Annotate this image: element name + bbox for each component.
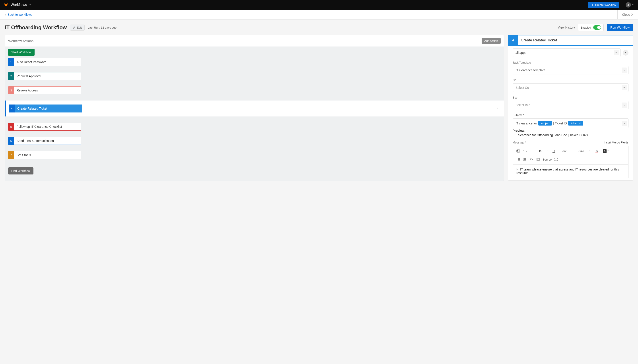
unlink-icon[interactable]: [528, 148, 534, 154]
action-detail-panel: 4 Create Related Ticket all apps ✕ Task …: [508, 35, 633, 181]
remove-app-button[interactable]: ✕: [623, 50, 628, 56]
chevron-down-icon: [621, 121, 627, 126]
action-number: 4: [9, 104, 15, 112]
end-workflow-node[interactable]: End Workflow: [8, 168, 34, 174]
detail-action-number: 4: [508, 36, 518, 45]
text-color-icon[interactable]: A: [594, 148, 601, 154]
message-body-text: Hi IT team, please ensure that access an…: [516, 168, 619, 175]
action-node-6[interactable]: 6 Send Final Communication: [8, 137, 81, 145]
action-node-4-selected[interactable]: 4 Create Related Ticket: [5, 100, 504, 116]
chevron-down-icon: [621, 68, 627, 73]
avatar-icon: [625, 2, 631, 8]
edit-label: Edit: [77, 26, 82, 29]
size-select[interactable]: Size: [577, 148, 585, 154]
action-node-5[interactable]: 5 Follow up IT Clearance Checklist: [8, 123, 81, 131]
action-number: 6: [8, 137, 14, 145]
action-number: 7: [8, 151, 14, 159]
clear-format-icon[interactable]: T✕: [528, 156, 534, 162]
bold-icon[interactable]: B: [537, 148, 543, 154]
chevron-right-icon: [496, 107, 498, 110]
close-button[interactable]: Close: [617, 10, 633, 19]
action-label: Create Related Ticket: [15, 104, 82, 112]
action-label: Auto Reset Password: [14, 58, 81, 66]
image-icon[interactable]: [515, 148, 521, 154]
action-node-1[interactable]: 1 Auto Reset Password: [8, 58, 81, 66]
create-workflow-button[interactable]: Create Workflow: [588, 2, 619, 8]
editor-toolbar: B I U Font Size A A 123 T✕: [513, 146, 628, 164]
preview-text: IT clearance for Offboarding John Doe | …: [514, 133, 628, 137]
size-caret-icon[interactable]: [586, 148, 592, 154]
action-number: 3: [8, 86, 14, 94]
cc-label: Cc: [513, 78, 628, 82]
message-label: Message *: [513, 141, 526, 144]
svg-rect-14: [524, 160, 526, 160]
action-label: Follow up IT Clearance Checklist: [14, 123, 81, 131]
close-label: Close: [622, 13, 630, 16]
page-title: IT Offboarding Workflow: [5, 24, 67, 30]
merge-chip-ticket-id[interactable]: ticket_id: [568, 121, 583, 126]
message-editor[interactable]: Hi IT team, please ensure that access an…: [513, 164, 628, 178]
bcc-select[interactable]: Select Bcc: [513, 101, 628, 110]
svg-text:3: 3: [523, 160, 524, 161]
font-caret-icon[interactable]: [568, 148, 574, 154]
svg-point-2: [517, 150, 518, 151]
italic-icon[interactable]: I: [544, 148, 550, 154]
action-number: 5: [8, 123, 14, 131]
subject-input[interactable]: IT clearance for subject | Ticket ID tic…: [513, 118, 628, 128]
action-node-2[interactable]: 2 Request Approval: [8, 72, 81, 80]
chevron-left-icon: [5, 13, 7, 16]
view-history-link[interactable]: View History: [558, 26, 575, 29]
pencil-icon: [73, 26, 76, 29]
bullet-list-icon[interactable]: [515, 156, 521, 162]
subject-text-prefix: IT clearance for: [515, 122, 537, 125]
chevron-down-icon: [614, 50, 619, 55]
detail-action-title: Create Related Ticket: [518, 36, 633, 45]
merge-chip-subject[interactable]: subject: [538, 121, 552, 126]
enabled-toggle[interactable]: [593, 25, 601, 30]
insert-merge-fields-link[interactable]: Insert Merge Fields: [604, 141, 628, 144]
svg-point-5: [517, 159, 517, 160]
run-workflow-button[interactable]: Run Workflow: [607, 24, 633, 31]
svg-rect-6: [518, 159, 520, 160]
start-workflow-node[interactable]: Start Workflow: [8, 49, 35, 56]
close-icon: [631, 13, 633, 16]
workflow-actions-panel: Workflow Actions Add Action Start Workfl…: [5, 35, 504, 181]
action-node-3[interactable]: 3 Revoke Access: [8, 86, 81, 94]
svg-rect-12: [524, 159, 526, 160]
action-label: Request Approval: [14, 72, 81, 80]
enabled-label: Enabled: [580, 26, 591, 29]
action-label: Send Final Communication: [14, 137, 81, 145]
edit-button[interactable]: Edit: [70, 24, 85, 30]
preview-label: Preview:: [513, 129, 628, 132]
chevron-down-icon: [621, 102, 627, 108]
app-switcher-chevron-icon[interactable]: [28, 3, 31, 7]
action-node-7[interactable]: 7 Set Status: [8, 151, 81, 159]
bcc-label: Bcc: [513, 96, 628, 99]
svg-rect-10: [524, 158, 526, 158]
svg-point-0: [628, 4, 629, 5]
underline-icon[interactable]: U: [550, 148, 557, 154]
app-logo-icon: [4, 2, 9, 7]
action-label: Revoke Access: [14, 86, 81, 94]
cc-placeholder: Select Cc: [515, 86, 529, 90]
font-select[interactable]: Font: [559, 148, 568, 154]
svg-point-3: [517, 158, 517, 159]
link-icon[interactable]: [522, 148, 528, 154]
app-switcher-title[interactable]: Workflows: [11, 3, 27, 7]
svg-rect-4: [518, 158, 520, 158]
page-header: IT Offboarding Workflow Edit Last Run: 1…: [0, 20, 638, 35]
source-icon[interactable]: [535, 156, 541, 162]
add-action-button[interactable]: Add Action: [482, 38, 501, 44]
numbered-list-icon[interactable]: 123: [522, 156, 528, 162]
cc-select[interactable]: Select Cc: [513, 84, 628, 92]
apps-select[interactable]: all apps: [513, 48, 620, 57]
action-label: Set Status: [14, 151, 81, 159]
bg-color-icon[interactable]: A: [602, 148, 610, 154]
svg-point-7: [517, 160, 517, 160]
user-menu[interactable]: [622, 2, 634, 8]
create-workflow-label: Create Workflow: [595, 3, 616, 7]
maximize-icon[interactable]: [553, 156, 559, 162]
source-label[interactable]: Source: [542, 156, 552, 162]
task-template-select[interactable]: IT clearance template: [513, 66, 628, 74]
back-to-workflows-link[interactable]: Back to workflows: [5, 13, 32, 16]
